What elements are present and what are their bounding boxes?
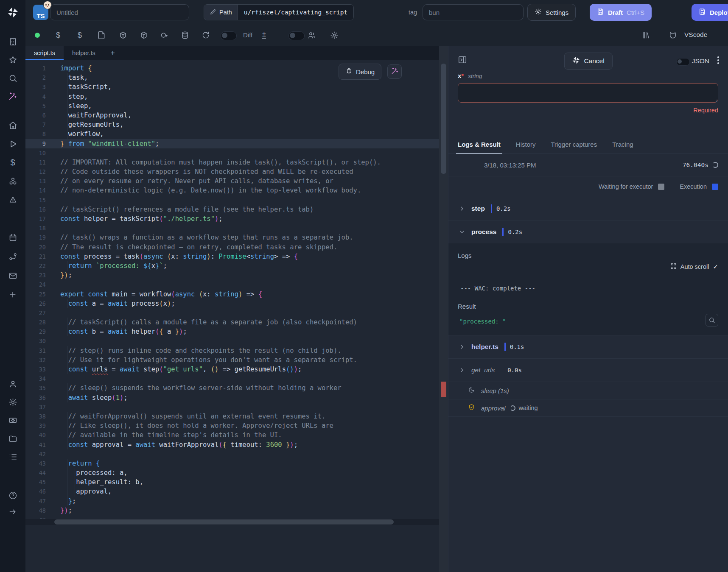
chevron-right-icon[interactable] — [459, 367, 465, 374]
pencil-icon — [210, 8, 216, 17]
code-lines[interactable]: 1import {2 task,3 taskScript,4 step,5 sl… — [25, 64, 439, 525]
ai-wand-button[interactable] — [387, 64, 402, 79]
tab-logs-result[interactable]: Logs & Result — [458, 135, 501, 153]
collapse-panel-icon[interactable] — [458, 55, 467, 64]
diff-label: Diff — [243, 31, 252, 39]
new-tab-button[interactable]: + — [104, 46, 122, 60]
timeline-row-step[interactable]: step 0.2s — [448, 197, 728, 220]
help-icon[interactable] — [8, 491, 17, 500]
duration-bar — [491, 204, 492, 213]
resize-handle[interactable] — [713, 98, 717, 102]
variables-dollar-icon[interactable]: $ — [78, 31, 82, 40]
json-toggle[interactable] — [676, 58, 690, 66]
chevron-down-icon[interactable] — [459, 229, 465, 235]
prism-icon[interactable] — [8, 195, 17, 204]
vscode-cat-icon[interactable] — [669, 31, 677, 39]
windmill-logo-icon[interactable] — [7, 6, 19, 18]
expand-icon[interactable] — [670, 263, 677, 271]
tab-helper-ts[interactable]: helper.ts — [64, 46, 104, 60]
field-x-input[interactable] — [458, 83, 718, 103]
kebab-menu-icon[interactable] — [717, 56, 720, 64]
deploy-button[interactable]: Deploy — [692, 4, 728, 21]
shield-icon — [468, 404, 475, 413]
horizontal-scrollbar[interactable] — [25, 519, 439, 525]
resources-boxes-icon[interactable] — [8, 176, 17, 186]
collab-toggle[interactable] — [288, 31, 305, 40]
line-number: 38 — [25, 412, 52, 421]
ai-wand-icon[interactable] — [8, 92, 17, 101]
line-number: 48 — [25, 506, 52, 515]
gear-icon[interactable] — [330, 31, 339, 39]
run-timestamp-row[interactable]: 3/18, 03:13:25 PM 76.040s — [448, 154, 728, 176]
refresh-icon[interactable] — [202, 31, 210, 39]
home-icon[interactable] — [8, 120, 17, 130]
variables-dollar-icon[interactable]: $ — [8, 158, 17, 167]
line-number: 45 — [25, 477, 52, 487]
path-edit-button[interactable]: Path — [204, 5, 238, 20]
workspace-building-icon[interactable] — [8, 37, 17, 46]
draft-button[interactable]: Draft Ctrl+S — [590, 4, 652, 21]
workers-icon[interactable] — [8, 416, 17, 425]
database-icon[interactable] — [181, 31, 189, 39]
settings-button[interactable]: Settings — [527, 4, 576, 21]
scrollbar-thumb[interactable] — [441, 64, 446, 174]
timeline-row-helper[interactable]: helper.ts 0.1s — [448, 335, 728, 359]
line-number: 27 — [25, 308, 52, 318]
timeline-row-get-urls[interactable]: get_urls 0.0s — [448, 359, 728, 382]
package-icon-2[interactable] — [140, 31, 148, 39]
tab-history[interactable]: History — [516, 135, 536, 153]
process-details: Logs Auto scroll ✓ --- WAC: complete ---… — [448, 243, 728, 335]
list-icon[interactable] — [8, 452, 17, 461]
duration-bar — [502, 228, 504, 236]
routes-flow-icon[interactable] — [8, 252, 17, 261]
tag-input[interactable] — [423, 4, 524, 20]
vertical-scrollbar[interactable] — [439, 46, 448, 572]
schedules-calendar-icon[interactable] — [8, 233, 17, 242]
timeline-legend: Waiting for executor Execution — [448, 176, 728, 197]
chevron-right-icon[interactable] — [459, 343, 465, 350]
tab-script-ts[interactable]: script.ts — [25, 46, 64, 60]
search-icon[interactable] — [8, 73, 17, 83]
line-number: 22 — [25, 261, 52, 271]
code-line: 33 const urls = await step("get_urls", (… — [25, 365, 439, 374]
settings-gear-icon[interactable] — [8, 397, 17, 407]
file-icon[interactable] — [97, 31, 106, 39]
expand-arrow-icon[interactable] — [8, 507, 17, 516]
user-icon[interactable] — [8, 379, 17, 388]
editor-toolbar: $ $ Diff ± VScode — [25, 25, 728, 46]
cancel-label: Cancel — [584, 57, 604, 65]
assets-dollar-icon[interactable]: $ — [56, 31, 60, 40]
cancel-button[interactable]: Cancel — [564, 53, 612, 70]
tab-tracing[interactable]: Tracing — [612, 135, 633, 153]
debug-button[interactable]: Debug — [339, 64, 381, 80]
magnifier-icon[interactable] — [706, 314, 718, 326]
mail-icon[interactable] — [8, 271, 17, 280]
code-line: 44 processed: a, — [25, 468, 439, 477]
tab-trigger-captures[interactable]: Trigger captures — [551, 135, 597, 153]
favorites-star-icon[interactable] — [8, 55, 17, 64]
library-icon[interactable] — [641, 31, 650, 39]
diff-toggle[interactable] — [221, 31, 237, 40]
code-line: 14// non-deterministic logic (e.g. Date.… — [25, 186, 439, 195]
vscode-label[interactable]: VScode — [684, 31, 707, 39]
line-number: 11 — [25, 158, 52, 167]
package-icon[interactable] — [119, 31, 127, 39]
required-asterisk: * — [461, 72, 464, 79]
runs-play-icon[interactable] — [8, 139, 17, 148]
path-group[interactable]: Path u/rfiszel/captivating_script — [204, 4, 354, 20]
timeline-row-approval[interactable]: approval waiting — [448, 399, 728, 417]
title-input[interactable] — [50, 4, 189, 20]
path-value[interactable]: u/rfiszel/captivating_script — [238, 5, 353, 20]
autoscroll-control[interactable]: Auto scroll ✓ — [670, 263, 718, 271]
timeline-row-process[interactable]: process 0.2s — [448, 220, 728, 243]
scrollbar-thumb[interactable] — [54, 519, 394, 525]
autoscroll-label: Auto scroll — [680, 263, 709, 270]
code-line: 11// IMPORTANT: All computation must hap… — [25, 158, 439, 167]
code-line: 39 // Like sleep(), it does not hold a w… — [25, 421, 439, 430]
folder-icon[interactable] — [8, 434, 17, 443]
key-icon[interactable] — [160, 31, 168, 39]
users-icon[interactable] — [308, 31, 316, 39]
timeline-row-sleep[interactable]: sleep (1s) — [448, 382, 728, 399]
plus-icon[interactable] — [8, 290, 17, 299]
chevron-right-icon[interactable] — [459, 205, 465, 212]
